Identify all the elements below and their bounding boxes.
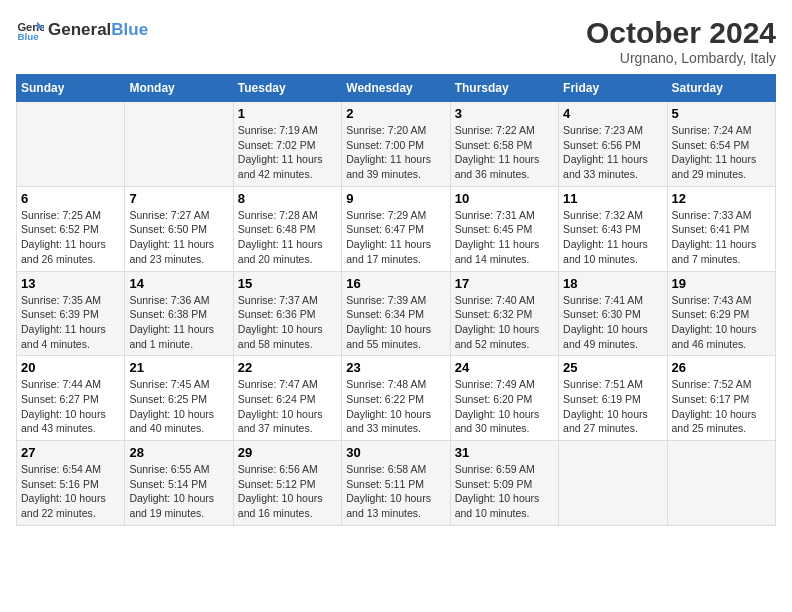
logo-general: General [48,20,111,39]
calendar-cell: 6Sunrise: 7:25 AM Sunset: 6:52 PM Daylig… [17,186,125,271]
weekday-header-friday: Friday [559,75,667,102]
calendar-cell: 22Sunrise: 7:47 AM Sunset: 6:24 PM Dayli… [233,356,341,441]
calendar-cell: 25Sunrise: 7:51 AM Sunset: 6:19 PM Dayli… [559,356,667,441]
week-row-5: 27Sunrise: 6:54 AM Sunset: 5:16 PM Dayli… [17,441,776,526]
week-row-1: 1Sunrise: 7:19 AM Sunset: 7:02 PM Daylig… [17,102,776,187]
calendar-cell: 11Sunrise: 7:32 AM Sunset: 6:43 PM Dayli… [559,186,667,271]
title-area: October 2024 Urgnano, Lombardy, Italy [586,16,776,66]
day-number: 27 [21,445,120,460]
day-info: Sunrise: 7:29 AM Sunset: 6:47 PM Dayligh… [346,208,445,267]
day-number: 16 [346,276,445,291]
calendar-cell: 31Sunrise: 6:59 AM Sunset: 5:09 PM Dayli… [450,441,558,526]
day-info: Sunrise: 7:25 AM Sunset: 6:52 PM Dayligh… [21,208,120,267]
weekday-header-tuesday: Tuesday [233,75,341,102]
day-number: 10 [455,191,554,206]
calendar-cell: 9Sunrise: 7:29 AM Sunset: 6:47 PM Daylig… [342,186,450,271]
day-info: Sunrise: 7:43 AM Sunset: 6:29 PM Dayligh… [672,293,771,352]
weekday-header-row: SundayMondayTuesdayWednesdayThursdayFrid… [17,75,776,102]
calendar-cell [17,102,125,187]
week-row-2: 6Sunrise: 7:25 AM Sunset: 6:52 PM Daylig… [17,186,776,271]
svg-text:Blue: Blue [17,31,39,42]
calendar-cell: 27Sunrise: 6:54 AM Sunset: 5:16 PM Dayli… [17,441,125,526]
calendar-cell: 17Sunrise: 7:40 AM Sunset: 6:32 PM Dayli… [450,271,558,356]
day-info: Sunrise: 6:59 AM Sunset: 5:09 PM Dayligh… [455,462,554,521]
day-number: 20 [21,360,120,375]
location-subtitle: Urgnano, Lombardy, Italy [586,50,776,66]
day-info: Sunrise: 7:20 AM Sunset: 7:00 PM Dayligh… [346,123,445,182]
day-info: Sunrise: 7:27 AM Sunset: 6:50 PM Dayligh… [129,208,228,267]
day-info: Sunrise: 7:24 AM Sunset: 6:54 PM Dayligh… [672,123,771,182]
day-number: 25 [563,360,662,375]
day-info: Sunrise: 6:55 AM Sunset: 5:14 PM Dayligh… [129,462,228,521]
day-number: 21 [129,360,228,375]
calendar-cell: 3Sunrise: 7:22 AM Sunset: 6:58 PM Daylig… [450,102,558,187]
calendar-cell: 15Sunrise: 7:37 AM Sunset: 6:36 PM Dayli… [233,271,341,356]
day-info: Sunrise: 6:54 AM Sunset: 5:16 PM Dayligh… [21,462,120,521]
calendar-cell: 23Sunrise: 7:48 AM Sunset: 6:22 PM Dayli… [342,356,450,441]
day-number: 23 [346,360,445,375]
calendar-cell [125,102,233,187]
day-number: 5 [672,106,771,121]
day-info: Sunrise: 7:51 AM Sunset: 6:19 PM Dayligh… [563,377,662,436]
day-info: Sunrise: 7:52 AM Sunset: 6:17 PM Dayligh… [672,377,771,436]
calendar-cell: 14Sunrise: 7:36 AM Sunset: 6:38 PM Dayli… [125,271,233,356]
calendar-cell: 10Sunrise: 7:31 AM Sunset: 6:45 PM Dayli… [450,186,558,271]
calendar-table: SundayMondayTuesdayWednesdayThursdayFrid… [16,74,776,526]
day-info: Sunrise: 7:47 AM Sunset: 6:24 PM Dayligh… [238,377,337,436]
calendar-cell: 28Sunrise: 6:55 AM Sunset: 5:14 PM Dayli… [125,441,233,526]
weekday-header-wednesday: Wednesday [342,75,450,102]
day-number: 13 [21,276,120,291]
day-number: 28 [129,445,228,460]
calendar-cell: 29Sunrise: 6:56 AM Sunset: 5:12 PM Dayli… [233,441,341,526]
day-number: 12 [672,191,771,206]
day-number: 18 [563,276,662,291]
calendar-cell: 4Sunrise: 7:23 AM Sunset: 6:56 PM Daylig… [559,102,667,187]
calendar-cell: 13Sunrise: 7:35 AM Sunset: 6:39 PM Dayli… [17,271,125,356]
day-info: Sunrise: 7:28 AM Sunset: 6:48 PM Dayligh… [238,208,337,267]
day-info: Sunrise: 7:31 AM Sunset: 6:45 PM Dayligh… [455,208,554,267]
day-info: Sunrise: 7:32 AM Sunset: 6:43 PM Dayligh… [563,208,662,267]
day-number: 19 [672,276,771,291]
calendar-cell: 16Sunrise: 7:39 AM Sunset: 6:34 PM Dayli… [342,271,450,356]
day-number: 22 [238,360,337,375]
day-info: Sunrise: 7:33 AM Sunset: 6:41 PM Dayligh… [672,208,771,267]
header: General Blue GeneralBlue October 2024 Ur… [16,16,776,66]
calendar-cell: 21Sunrise: 7:45 AM Sunset: 6:25 PM Dayli… [125,356,233,441]
day-info: Sunrise: 7:44 AM Sunset: 6:27 PM Dayligh… [21,377,120,436]
day-info: Sunrise: 7:39 AM Sunset: 6:34 PM Dayligh… [346,293,445,352]
day-number: 11 [563,191,662,206]
calendar-cell: 7Sunrise: 7:27 AM Sunset: 6:50 PM Daylig… [125,186,233,271]
month-title: October 2024 [586,16,776,50]
day-info: Sunrise: 7:19 AM Sunset: 7:02 PM Dayligh… [238,123,337,182]
day-info: Sunrise: 6:58 AM Sunset: 5:11 PM Dayligh… [346,462,445,521]
calendar-cell: 26Sunrise: 7:52 AM Sunset: 6:17 PM Dayli… [667,356,775,441]
calendar-cell: 2Sunrise: 7:20 AM Sunset: 7:00 PM Daylig… [342,102,450,187]
week-row-4: 20Sunrise: 7:44 AM Sunset: 6:27 PM Dayli… [17,356,776,441]
day-number: 1 [238,106,337,121]
week-row-3: 13Sunrise: 7:35 AM Sunset: 6:39 PM Dayli… [17,271,776,356]
day-info: Sunrise: 7:41 AM Sunset: 6:30 PM Dayligh… [563,293,662,352]
day-number: 14 [129,276,228,291]
day-info: Sunrise: 7:36 AM Sunset: 6:38 PM Dayligh… [129,293,228,352]
day-number: 15 [238,276,337,291]
calendar-cell: 1Sunrise: 7:19 AM Sunset: 7:02 PM Daylig… [233,102,341,187]
day-number: 3 [455,106,554,121]
calendar-cell [667,441,775,526]
day-info: Sunrise: 7:35 AM Sunset: 6:39 PM Dayligh… [21,293,120,352]
calendar-cell: 24Sunrise: 7:49 AM Sunset: 6:20 PM Dayli… [450,356,558,441]
day-info: Sunrise: 7:22 AM Sunset: 6:58 PM Dayligh… [455,123,554,182]
weekday-header-sunday: Sunday [17,75,125,102]
calendar-cell: 5Sunrise: 7:24 AM Sunset: 6:54 PM Daylig… [667,102,775,187]
day-info: Sunrise: 7:37 AM Sunset: 6:36 PM Dayligh… [238,293,337,352]
calendar-cell: 8Sunrise: 7:28 AM Sunset: 6:48 PM Daylig… [233,186,341,271]
calendar-cell: 12Sunrise: 7:33 AM Sunset: 6:41 PM Dayli… [667,186,775,271]
weekday-header-thursday: Thursday [450,75,558,102]
day-number: 17 [455,276,554,291]
day-number: 6 [21,191,120,206]
weekday-header-monday: Monday [125,75,233,102]
day-number: 24 [455,360,554,375]
calendar-cell: 18Sunrise: 7:41 AM Sunset: 6:30 PM Dayli… [559,271,667,356]
logo: General Blue GeneralBlue [16,16,148,44]
day-number: 9 [346,191,445,206]
day-number: 7 [129,191,228,206]
